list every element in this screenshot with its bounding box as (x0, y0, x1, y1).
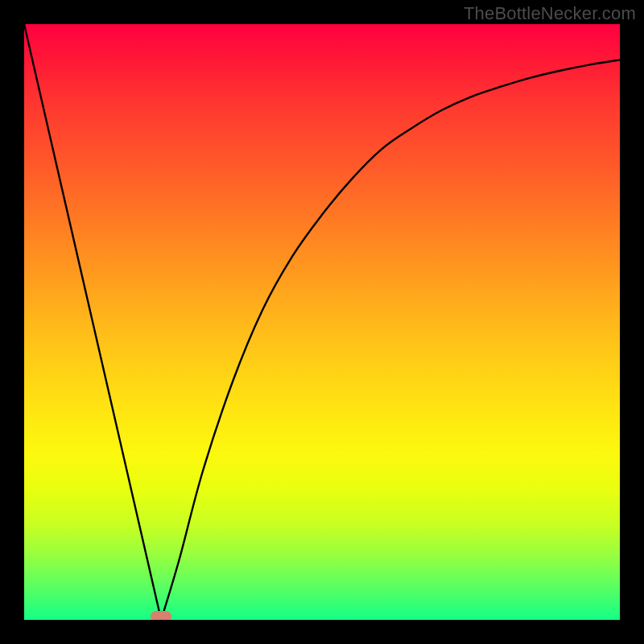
plot-area (24, 24, 620, 620)
watermark-text: TheBottleNecker.com (464, 3, 636, 24)
chart-frame: TheBottleNecker.com (0, 0, 644, 644)
bottleneck-curve (24, 24, 620, 620)
optimal-point-marker (151, 611, 171, 620)
